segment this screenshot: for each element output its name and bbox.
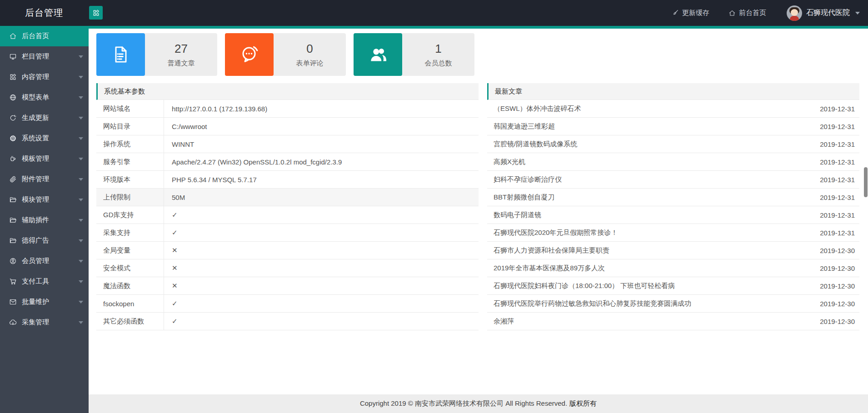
sidebar-item-content-mgmt[interactable]: 内容管理 (0, 67, 89, 87)
avatar-face (791, 9, 798, 16)
home-icon (9, 32, 17, 40)
param-value: PHP 5.6.34 / MYSQL 5.7.17 (164, 171, 479, 188)
sidebar-item-backend-home[interactable]: 后台首页 (0, 26, 89, 46)
table-row: fsockopen✓ (96, 295, 479, 313)
sidebar-item-system-settings[interactable]: 系统设置 (0, 128, 89, 149)
stat-value: 27 (175, 42, 188, 56)
param-label: 采集支持 (96, 224, 164, 241)
stat-card-members[interactable]: 1 会员总数 (354, 33, 474, 76)
footer: Copyright 2019 © 南安市武荣网络技术有限公司 All Right… (89, 394, 868, 413)
stat-label: 表单评论 (296, 59, 324, 68)
chevron-down-icon (79, 199, 83, 201)
stat-card-comments[interactable]: 0 表单评论 (225, 33, 346, 76)
brush-icon (671, 9, 679, 17)
sidebar-item-batch-maintenance[interactable]: 批量维护 (0, 292, 89, 312)
chevron-down-icon (79, 321, 83, 324)
avatar[interactable] (787, 5, 802, 21)
sidebar-item-generate-update[interactable]: 生成更新 (0, 108, 89, 128)
param-value: Apache/2.4.27 (Win32) OpenSSL/1.0.2l mod… (164, 153, 479, 170)
param-label: 网站目录 (96, 118, 164, 135)
sidebar-item-template-mgmt[interactable]: 模板管理 (0, 149, 89, 169)
folder-icon (9, 237, 17, 244)
param-label: 全局变量 (96, 242, 164, 259)
chevron-down-icon (79, 301, 83, 304)
sidebar-item-label: 模板管理 (22, 154, 79, 163)
sidebar-item-column-mgmt[interactable]: 栏目管理 (0, 46, 89, 67)
sidebar-item-label: 采集管理 (22, 318, 79, 327)
param-label: 环境版本 (96, 171, 164, 188)
article-link[interactable]: 石狮现代医院妇科夜门诊（18:00-21:00） 下班也可轻松看病 (487, 282, 820, 290)
article-date: 2019-12-31 (820, 194, 859, 201)
table-row: 石狮现代医院妇科夜门诊（18:00-21:00） 下班也可轻松看病2019-12… (487, 277, 859, 295)
stat-card-articles[interactable]: 27 普通文章 (96, 33, 217, 76)
article-link[interactable]: 余湘萍 (487, 317, 820, 326)
article-link[interactable]: 韩国麦迪逊三维彩超 (487, 122, 820, 131)
front-home-label: 前台首页 (739, 9, 766, 17)
chevron-down-icon (79, 117, 83, 119)
sidebar-item-aux-plugins[interactable]: 辅助插件 (0, 210, 89, 230)
article-link[interactable]: BBT射频微创自凝刀 (487, 193, 820, 202)
users-icon (354, 33, 402, 76)
param-value: 50M (164, 189, 479, 206)
latest-articles-panel: 最新文章 （ESWL）体外冲击波碎石术2019-12-31 韩国麦迪逊三维彩超2… (487, 83, 859, 330)
article-date: 2019-12-31 (820, 123, 859, 130)
sidebar-item-model-form[interactable]: 模型表单 (0, 87, 89, 108)
table-row: 上传限制50M (96, 189, 479, 206)
table-row: 石狮现代医院2020年元旦假期照常接诊！2019-12-31 (487, 224, 859, 242)
update-cache-label: 更新缓存 (682, 9, 709, 17)
user-circle-icon (9, 257, 17, 265)
article-link[interactable]: 妇科不孕症诊断治疗仪 (487, 175, 820, 184)
sidebar-item-label: 模型表单 (22, 93, 79, 102)
sidebar-item-label: 会员管理 (22, 257, 79, 265)
article-link[interactable]: 高频X光机 (487, 158, 820, 166)
table-row: 2019年全市基本医保惠及89万多人次2019-12-30 (487, 259, 859, 277)
table-row: 妇科不孕症诊断治疗仪2019-12-31 (487, 171, 859, 189)
update-cache-button[interactable]: 更新缓存 (671, 9, 709, 17)
sidebar-item-label: 支付工具 (22, 277, 79, 286)
scrollbar-thumb[interactable] (864, 167, 868, 197)
sidebar-item-collection-mgmt[interactable]: 采集管理 (0, 312, 89, 333)
top-bar: 后台管理 更新缓存 前台首页 石狮现代医院 (0, 0, 868, 26)
article-link[interactable]: 石狮现代医院举行药物过敏急救知识和心肺复苏技能竞赛圆满成功 (487, 299, 820, 308)
sidebar-item-label: 批量维护 (22, 298, 79, 306)
copyright-text: Copyright 2019 © 南安市武荣网络技术有限公司 All Right… (360, 399, 567, 408)
chevron-down-icon (79, 178, 83, 181)
sidebar-item-member-mgmt[interactable]: 会员管理 (0, 251, 89, 271)
front-home-button[interactable]: 前台首页 (728, 9, 766, 17)
user-name[interactable]: 石狮现代医院 (806, 8, 850, 18)
table-row: 韩国麦迪逊三维彩超2019-12-31 (487, 118, 859, 135)
sidebar-item-label: 生成更新 (22, 114, 79, 122)
param-label: GD库支持 (96, 206, 164, 224)
app-title: 后台管理 (25, 0, 63, 26)
sidebar: 后台首页 栏目管理 内容管理 模型表单 生成更新 系统设置 模板管理 附件管理 … (0, 26, 89, 413)
table-row: 服务引擎Apache/2.4.27 (Win32) OpenSSL/1.0.2l… (96, 153, 479, 171)
grid-icon (92, 9, 100, 17)
sidebar-item-label: 后台首页 (22, 32, 83, 40)
sidebar-item-module-mgmt[interactable]: 模块管理 (0, 189, 89, 210)
rights-link[interactable]: 版权所有 (569, 399, 597, 408)
stat-cards: 27 普通文章 0 表单评论 1 会员总数 (96, 33, 868, 76)
article-date: 2019-12-31 (820, 140, 859, 148)
article-link[interactable]: 2019年全市基本医保惠及89万多人次 (487, 264, 820, 273)
sidebar-item-dede-ads[interactable]: 德得广告 (0, 230, 89, 251)
stat-info: 0 表单评论 (274, 33, 346, 76)
article-link[interactable]: 宫腔镜/阴道镜数码成像系统 (487, 140, 820, 149)
table-row: 采集支持✓ (96, 224, 479, 242)
globe-icon (9, 94, 17, 101)
article-link[interactable]: 石狮市人力资源和社会保障局主要职责 (487, 246, 820, 255)
param-label: 操作系统 (96, 135, 164, 153)
stat-info: 27 普通文章 (145, 33, 217, 76)
table-row: BBT射频微创自凝刀2019-12-31 (487, 189, 859, 206)
sidebar-item-attachment-mgmt[interactable]: 附件管理 (0, 169, 89, 189)
sidebar-item-payment-tools[interactable]: 支付工具 (0, 271, 89, 292)
system-params-panel: 系统基本参数 网站域名http://127.0.0.1 (172.19.139.… (96, 83, 479, 330)
article-link[interactable]: （ESWL）体外冲击波碎石术 (487, 104, 820, 113)
article-link[interactable]: 数码电子阴道镜 (487, 211, 820, 219)
gear-icon (9, 134, 17, 142)
chevron-down-icon[interactable] (855, 12, 860, 15)
article-link[interactable]: 石狮现代医院2020年元旦假期照常接诊！ (487, 229, 820, 237)
grid-icon (9, 73, 17, 81)
stat-label: 普通文章 (168, 59, 195, 68)
dashboard-grid-button[interactable] (89, 6, 103, 20)
table-row: 环境版本PHP 5.6.34 / MYSQL 5.7.17 (96, 171, 479, 189)
